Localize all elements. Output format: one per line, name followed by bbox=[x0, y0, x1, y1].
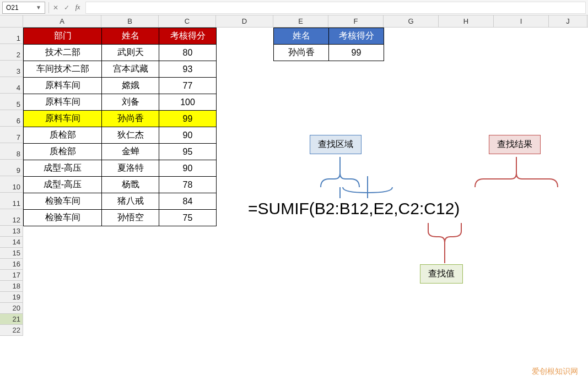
col-header-C[interactable]: C bbox=[159, 15, 216, 27]
row-header-4[interactable]: 4 bbox=[0, 77, 23, 94]
row-headers: 1 2 3 4 5 6 7 8 9 10 11 12 13 14 15 16 1… bbox=[0, 28, 23, 336]
table-row: 成型-高压杨戬78 bbox=[24, 177, 217, 193]
cell[interactable]: 77 bbox=[159, 78, 217, 94]
table-header-row: 部门 姓名 考核得分 bbox=[24, 28, 217, 45]
col-header-I[interactable]: I bbox=[494, 15, 549, 27]
row-header-18[interactable]: 18 bbox=[0, 281, 23, 292]
cell[interactable]: 100 bbox=[159, 94, 217, 111]
row-header-15[interactable]: 15 bbox=[0, 248, 23, 259]
cell[interactable]: 99 bbox=[159, 111, 217, 127]
cell[interactable]: 金蝉 bbox=[102, 144, 159, 160]
cell-area[interactable]: 部门 姓名 考核得分 技术二部武则天80 车间技术二部宫本武藏93 原料车间嫦娥… bbox=[23, 28, 588, 336]
formula-input[interactable] bbox=[85, 2, 586, 14]
watermark: 爱创根知识网 bbox=[532, 367, 578, 377]
col-header-D[interactable]: D bbox=[216, 15, 273, 27]
cell[interactable]: 猪八戒 bbox=[102, 193, 159, 210]
lookup-header-score[interactable]: 考核得分 bbox=[329, 28, 384, 45]
col-header-G[interactable]: G bbox=[384, 15, 439, 27]
row-header-19[interactable]: 19 bbox=[0, 292, 23, 303]
lookup-cell-name[interactable]: 孙尚香 bbox=[274, 45, 329, 61]
confirm-button[interactable]: ✓ bbox=[61, 2, 72, 13]
col-header-B[interactable]: B bbox=[101, 15, 159, 27]
cell[interactable]: 95 bbox=[159, 144, 217, 160]
cancel-button[interactable]: ✕ bbox=[50, 2, 61, 13]
cell[interactable]: 嫦娥 bbox=[102, 78, 159, 94]
row-header-20[interactable]: 20 bbox=[0, 303, 23, 314]
row-header-12[interactable]: 12 bbox=[0, 209, 23, 226]
cell[interactable]: 原料车间 bbox=[24, 111, 102, 127]
cell[interactable]: 技术二部 bbox=[24, 45, 102, 61]
cell[interactable]: 90 bbox=[159, 127, 217, 144]
table-row: 技术二部武则天80 bbox=[24, 45, 217, 61]
lookup-row: 孙尚香 99 bbox=[274, 45, 384, 61]
col-header-A[interactable]: A bbox=[23, 15, 101, 27]
col-header-J[interactable]: J bbox=[549, 15, 587, 27]
cell[interactable]: 宫本武藏 bbox=[102, 61, 159, 78]
cell[interactable]: 93 bbox=[159, 61, 217, 78]
row-header-9[interactable]: 9 bbox=[0, 160, 23, 176]
chevron-down-icon[interactable]: ▼ bbox=[36, 4, 41, 10]
lookup-cell-result[interactable]: 99 bbox=[329, 45, 384, 61]
table-row: 检验车间孙悟空75 bbox=[24, 210, 217, 226]
row-header-1[interactable]: 1 bbox=[0, 28, 23, 44]
column-headers: A B C D E F G H I J bbox=[0, 15, 588, 28]
row-header-3[interactable]: 3 bbox=[0, 61, 23, 77]
cell[interactable]: 孙尚香 bbox=[102, 111, 159, 127]
header-name[interactable]: 姓名 bbox=[102, 28, 159, 45]
fx-button[interactable]: fx bbox=[72, 2, 83, 13]
table-row-highlighted: 原料车间孙尚香99 bbox=[24, 111, 217, 127]
cell[interactable]: 狄仁杰 bbox=[102, 127, 159, 144]
col-header-E[interactable]: E bbox=[273, 15, 328, 27]
cell[interactable]: 武则天 bbox=[102, 45, 159, 61]
row-header-16[interactable]: 16 bbox=[0, 259, 23, 270]
row-header-13[interactable]: 13 bbox=[0, 226, 23, 237]
callout-lookup-result: 查找结果 bbox=[489, 135, 541, 154]
select-all-corner[interactable] bbox=[0, 15, 23, 27]
cell[interactable]: 90 bbox=[159, 160, 217, 177]
formula-display: =SUMIF(B2:B12,E2,C2:C12) bbox=[248, 199, 460, 218]
header-dept[interactable]: 部门 bbox=[24, 28, 102, 45]
name-box[interactable]: O21 ▼ bbox=[2, 2, 45, 14]
row-header-11[interactable]: 11 bbox=[0, 193, 23, 209]
row-header-7[interactable]: 7 bbox=[0, 127, 23, 143]
row-header-6[interactable]: 6 bbox=[0, 110, 23, 127]
lookup-header-row: 姓名 考核得分 bbox=[274, 28, 384, 45]
spreadsheet-grid: A B C D E F G H I J 1 2 3 4 5 6 7 8 9 10… bbox=[0, 15, 588, 336]
cell[interactable]: 质检部 bbox=[24, 144, 102, 160]
cell[interactable]: 原料车间 bbox=[24, 78, 102, 94]
formula-bar: O21 ▼ ✕ ✓ fx bbox=[0, 0, 588, 15]
cell[interactable]: 成型-高压 bbox=[24, 177, 102, 193]
cell[interactable]: 孙悟空 bbox=[102, 210, 159, 226]
name-box-value: O21 bbox=[6, 4, 19, 12]
row-header-22[interactable]: 22 bbox=[0, 325, 23, 336]
cell[interactable]: 84 bbox=[159, 193, 217, 210]
cell[interactable]: 夏洛特 bbox=[102, 160, 159, 177]
row-header-2[interactable]: 2 bbox=[0, 44, 23, 61]
cell[interactable]: 80 bbox=[159, 45, 217, 61]
cell[interactable]: 成型-高压 bbox=[24, 160, 102, 177]
lookup-header-name[interactable]: 姓名 bbox=[274, 28, 329, 45]
cell[interactable]: 原料车间 bbox=[24, 94, 102, 111]
cell[interactable]: 车间技术二部 bbox=[24, 61, 102, 78]
header-score[interactable]: 考核得分 bbox=[159, 28, 217, 45]
cell[interactable]: 质检部 bbox=[24, 127, 102, 144]
separator bbox=[48, 2, 49, 13]
col-header-H[interactable]: H bbox=[439, 15, 494, 27]
row-header-8[interactable]: 8 bbox=[0, 143, 23, 160]
cell[interactable]: 检验车间 bbox=[24, 193, 102, 210]
cell[interactable]: 75 bbox=[159, 210, 217, 226]
table-row: 质检部金蝉95 bbox=[24, 144, 217, 160]
table-row: 原料车间嫦娥77 bbox=[24, 78, 217, 94]
cell[interactable]: 78 bbox=[159, 177, 217, 193]
row-header-10[interactable]: 10 bbox=[0, 176, 23, 193]
lookup-table: 姓名 考核得分 孙尚香 99 bbox=[273, 28, 384, 61]
table-row: 质检部狄仁杰90 bbox=[24, 127, 217, 144]
cell[interactable]: 检验车间 bbox=[24, 210, 102, 226]
row-header-21[interactable]: 21 bbox=[0, 314, 23, 325]
row-header-14[interactable]: 14 bbox=[0, 237, 23, 248]
cell[interactable]: 刘备 bbox=[102, 94, 159, 111]
cell[interactable]: 杨戬 bbox=[102, 177, 159, 193]
col-header-F[interactable]: F bbox=[328, 15, 384, 27]
row-header-17[interactable]: 17 bbox=[0, 270, 23, 281]
row-header-5[interactable]: 5 bbox=[0, 94, 23, 110]
